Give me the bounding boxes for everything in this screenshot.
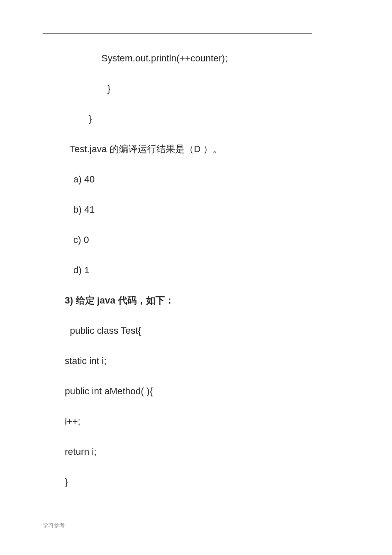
option-c: c) 0	[65, 233, 332, 247]
q3-text-2: 代码，如下：	[118, 295, 174, 306]
option-d: d) 1	[65, 263, 332, 277]
q3-code-line-2: static int i;	[65, 354, 332, 368]
header-divider	[43, 33, 312, 34]
document-content: System.out.println(++counter); } } Test.…	[65, 51, 332, 505]
q3-number: 3)	[65, 295, 76, 306]
closing-brace-1: }	[65, 81, 332, 95]
q3-code-line-4: i++;	[65, 414, 332, 428]
question-text: Test.java 的编译运行结果是（D ）。	[65, 142, 332, 156]
option-b: b) 41	[65, 202, 332, 217]
q3-java-keyword: java	[97, 295, 118, 306]
code-line-println: System.out.println(++counter);	[65, 51, 332, 65]
footer-text: 学习参考	[43, 522, 65, 529]
option-a: a) 40	[65, 172, 332, 186]
question-3-header: 3) 给定 java 代码，如下：	[65, 293, 332, 307]
q3-text-1: 给定	[76, 295, 97, 306]
q3-code-line-6: }	[65, 475, 332, 489]
q3-code-line-5: return i;	[65, 445, 332, 459]
q3-code-line-3: public int aMethod( ){	[65, 384, 332, 398]
q3-code-line-1: public class Test{	[65, 324, 332, 338]
closing-brace-2: }	[65, 112, 332, 126]
